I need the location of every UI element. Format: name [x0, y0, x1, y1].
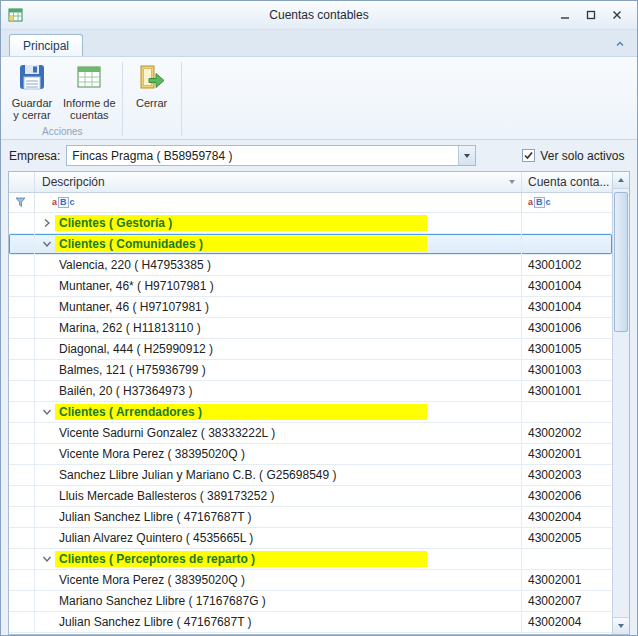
- scroll-thumb[interactable]: [614, 192, 628, 332]
- column-filter-icon[interactable]: [509, 180, 515, 184]
- description-cell: Mariano Sanchez Llibre ( 17167687G ): [35, 591, 522, 611]
- account-cell: [522, 213, 612, 233]
- table-row[interactable]: Lluis Mercade Ballesteros ( 389173252 )4…: [9, 486, 612, 507]
- description-cell: Julian Alvarez Quintero ( 4535665L ): [35, 528, 522, 548]
- scroll-up-button[interactable]: [613, 172, 629, 189]
- report-label: Informe de cuentas: [63, 97, 116, 121]
- header-descripcion[interactable]: Descripción: [35, 172, 522, 192]
- maximize-button[interactable]: [581, 6, 601, 24]
- table-row[interactable]: Muntaner, 46* ( H97107981 )43001004: [9, 276, 612, 297]
- report-button[interactable]: Informe de cuentas: [59, 59, 120, 124]
- table-row[interactable]: Vicente Sadurni Gonzalez ( 38333222L )43…: [9, 423, 612, 444]
- description-text: Marina, 262 ( H11813110 ): [59, 321, 201, 335]
- collapse-icon[interactable]: [39, 549, 55, 569]
- group-row[interactable]: Clientes ( Comunidades ): [9, 234, 612, 255]
- account-cell: 43001006: [522, 318, 612, 338]
- row-indicator: [9, 402, 35, 422]
- window-title: Cuentas contables: [1, 8, 637, 22]
- save-close-label: Guardar y cerrar: [12, 97, 52, 121]
- description-text: Julian Alvarez Quintero ( 4535665L ): [59, 531, 253, 545]
- minimize-button[interactable]: [555, 6, 575, 24]
- description-text: Bailén, 20 ( H37364973 ): [59, 384, 192, 398]
- row-indicator: [9, 465, 35, 485]
- auto-filter-row[interactable]: aBc aBc: [9, 193, 612, 213]
- collapse-ribbon-icon[interactable]: [613, 37, 627, 51]
- group-row[interactable]: Clientes ( Arrendadores ): [9, 402, 612, 423]
- header-cuenta[interactable]: Cuenta conta...: [522, 172, 612, 192]
- scroll-down-button[interactable]: [613, 617, 629, 634]
- row-indicator: [9, 549, 35, 569]
- group-row[interactable]: Clientes ( Gestoría ): [9, 213, 612, 234]
- table-row[interactable]: Julian Alvarez Quintero ( 4535665L )4300…: [9, 528, 612, 549]
- window-controls: [555, 6, 627, 24]
- group-label: Clientes ( Perceptores de reparto ): [55, 551, 427, 567]
- row-indicator: [9, 486, 35, 506]
- description-cell: Diagonal, 444 ( H25990912 ): [35, 339, 522, 359]
- account-cell: 43002001: [522, 444, 612, 464]
- ribbon-group-label: Acciones: [5, 124, 120, 139]
- description-text: Mariano Sanchez Llibre ( 17167687G ): [59, 594, 266, 608]
- row-indicator: [9, 339, 35, 359]
- checkbox-box: [522, 149, 535, 162]
- description-cell: Marina, 262 ( H11813110 ): [35, 318, 522, 338]
- expand-icon[interactable]: [39, 213, 55, 233]
- checkbox-label: Ver solo activos: [540, 149, 624, 163]
- description-cell: Lluis Mercade Ballesteros ( 389173252 ): [35, 486, 522, 506]
- table-row[interactable]: Mariano Sanchez Llibre ( 17167687G )4300…: [9, 591, 612, 612]
- table-row[interactable]: Vicente Mora Perez ( 38395020Q )43002001: [9, 444, 612, 465]
- table-row[interactable]: Bailén, 20 ( H37364973 )43001001: [9, 381, 612, 402]
- description-cell: Sanchez Llibre Julian y Mariano C.B. ( G…: [35, 465, 522, 485]
- row-indicator: [9, 297, 35, 317]
- titlebar: Cuentas contables: [1, 1, 637, 30]
- account-cell: 43001005: [522, 339, 612, 359]
- filter-cuenta-cell[interactable]: aBc: [522, 193, 612, 212]
- table-row[interactable]: Balmes, 121 ( H75936799 )43001003: [9, 360, 612, 381]
- table-row[interactable]: Diagonal, 444 ( H25990912 )43001005: [9, 339, 612, 360]
- grid-header: Descripción Cuenta conta...: [9, 172, 612, 193]
- table-row[interactable]: Muntaner, 46 ( H97107981 )43001004: [9, 297, 612, 318]
- description-text: Julian Sanchez Llibre ( 47167687T ): [59, 510, 252, 524]
- account-cell: 43002004: [522, 612, 612, 632]
- accounts-grid: Descripción Cuenta conta... aBc: [8, 171, 630, 635]
- exit-arrow-icon: [137, 62, 167, 97]
- table-row[interactable]: Vicente Mora Perez ( 38395020Q )43002001: [9, 570, 612, 591]
- collapse-icon[interactable]: [39, 234, 55, 254]
- description-cell: Julian Sanchez Llibre ( 47167687T ): [35, 507, 522, 527]
- table-row[interactable]: Julian Sanchez Llibre ( 47167687T )43002…: [9, 612, 612, 633]
- table-row[interactable]: Marina, 262 ( H11813110 )43001006: [9, 318, 612, 339]
- tab-principal[interactable]: Principal: [9, 34, 83, 56]
- account-cell: 43002001: [522, 570, 612, 590]
- description-cell: Clientes ( Perceptores de reparto ): [35, 549, 522, 569]
- row-indicator: [9, 528, 35, 548]
- filter-descripcion-cell[interactable]: aBc: [35, 193, 522, 212]
- group-label: Clientes ( Comunidades ): [55, 236, 427, 252]
- ribbon-tabstrip: Principal: [1, 30, 637, 56]
- ribbon: Guardar y cerrar: [1, 56, 637, 140]
- account-cell: 43002002: [522, 423, 612, 443]
- account-cell: [522, 549, 612, 569]
- close-form-label: Cerrar: [136, 97, 167, 109]
- row-indicator: [9, 612, 35, 632]
- combo-dropdown-button[interactable]: [458, 146, 475, 165]
- account-cell: 43001002: [522, 255, 612, 275]
- close-button[interactable]: [607, 6, 627, 24]
- description-cell: Balmes, 121 ( H75936799 ): [35, 360, 522, 380]
- row-indicator: [9, 360, 35, 380]
- row-indicator: [9, 570, 35, 590]
- group-row[interactable]: Clientes ( Perceptores de reparto ): [9, 549, 612, 570]
- header-indicator-cell: [9, 172, 35, 192]
- ver-solo-activos-checkbox[interactable]: Ver solo activos: [522, 149, 624, 163]
- save-close-button[interactable]: Guardar y cerrar: [5, 59, 59, 124]
- table-row[interactable]: Sanchez Llibre Julian y Mariano C.B. ( G…: [9, 465, 612, 486]
- account-cell: 43001001: [522, 381, 612, 401]
- close-form-button[interactable]: Cerrar: [125, 59, 179, 124]
- description-cell: Muntaner, 46 ( H97107981 ): [35, 297, 522, 317]
- ribbon-separator: [122, 62, 123, 136]
- vertical-scrollbar[interactable]: [612, 172, 629, 634]
- account-cell: 43002004: [522, 507, 612, 527]
- empresa-combobox[interactable]: Fincas Pragma ( B58959784 ): [66, 145, 476, 166]
- table-row[interactable]: Julian Sanchez Llibre ( 47167687T )43002…: [9, 507, 612, 528]
- table-row[interactable]: Valencia, 220 ( H47953385 )43001002: [9, 255, 612, 276]
- collapse-icon[interactable]: [39, 402, 55, 422]
- description-cell: Vicente Mora Perez ( 38395020Q ): [35, 570, 522, 590]
